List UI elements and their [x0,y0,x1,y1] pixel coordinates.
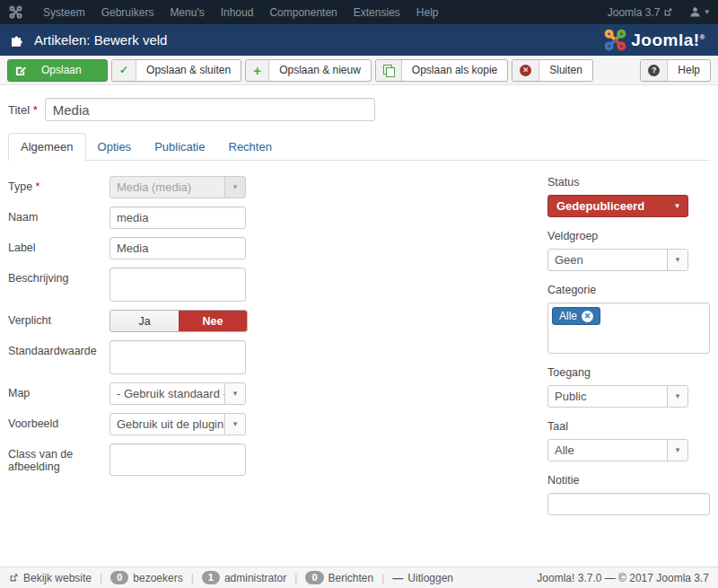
help-icon: ? [641,60,668,81]
status-select-value: Gedepubliceerd [548,196,667,216]
save-button-label: Opslaan [34,60,89,81]
chevron-down-icon: ▾ [224,414,245,434]
view-website-label: Bekijk website [23,572,92,584]
view-site-link[interactable]: Joomla 3.7 [608,6,674,19]
menu-systeem[interactable]: Systeem [35,6,93,19]
categorie-tag-alle[interactable]: Alle ✕ [552,307,600,325]
apply-icon [8,60,34,81]
admin-label: administrator [224,572,286,584]
naam-label: Naam [8,206,109,229]
registered-mark: ® [700,32,705,40]
standaardwaarde-textarea[interactable] [109,340,246,374]
class-afbeelding-textarea[interactable] [109,443,246,476]
voorbeeld-select-value: Gebruik uit de plugin [110,414,224,434]
help-button-label: Help [668,60,710,81]
form-left-column: Type * Media (media) ▾ Naam Label Beschr… [8,176,547,528]
menu-help[interactable]: Help [408,6,447,19]
footer-version: Joomla! 3.7.0 — © 2017 Joomla 3.7 [537,572,709,584]
toegang-label: Toegang [547,366,710,379]
logout-link[interactable]: — Uitloggen [392,572,453,584]
save-new-button-label: Opslaan & nieuw [269,60,371,81]
main-content: Titel * Algemeen Opties Publicatie Recht… [0,98,718,528]
check-icon: ✓ [112,60,136,81]
taal-select[interactable]: Alle ▾ [547,439,688,461]
save-close-button[interactable]: ✓ Opslaan & sluiten [111,59,241,82]
menu-gebruikers[interactable]: Gebruikers [93,6,162,19]
toegang-select[interactable]: Public ▾ [547,385,688,408]
required-asterisk: * [33,103,38,117]
veldgroep-select-value: Geen [548,250,667,270]
voorbeeld-select[interactable]: Gebruik uit de plugin ▾ [109,413,246,435]
tab-publicatie[interactable]: Publicatie [143,134,216,160]
menu-inhoud[interactable]: Inhoud [213,6,262,19]
beschrijving-textarea[interactable] [109,268,246,302]
veldgroep-select[interactable]: Geen ▾ [547,249,688,271]
chevron-down-icon: ▾ [705,8,709,16]
voorbeeld-label: Voorbeeld [8,413,109,435]
verplicht-toggle: Ja Nee [109,310,248,332]
admin-count-badge: 1 [202,571,220,584]
save-button[interactable]: Opslaan [7,59,108,82]
remove-tag-icon[interactable]: ✕ [582,311,593,322]
map-label: Map [8,382,109,405]
categorie-multiselect[interactable]: Alle ✕ [547,303,710,354]
divider: | [294,572,297,584]
menu-extensies[interactable]: Extensies [346,6,408,19]
save-new-button[interactable]: + Opslaan & nieuw [245,59,372,82]
copy-icon [376,60,402,81]
tab-algemeen[interactable]: Algemeen [8,133,86,161]
external-link-icon [663,7,673,17]
label-input[interactable] [109,237,246,259]
messages-count-badge: 0 [305,571,323,584]
tab-opties[interactable]: Opties [86,134,144,160]
tab-rechten[interactable]: Rechten [217,134,284,160]
visitors-status[interactable]: 0 bezoekers [110,571,183,584]
naam-input[interactable] [109,206,246,229]
title-field-label: Titel * [8,103,38,117]
status-bar: Bekijk website | 0 bezoekers | 1 adminis… [0,566,718,588]
visitors-label: bezoekers [133,572,182,584]
admin-menu-bar: Systeem Gebruikers Menu's Inhoud Compone… [0,0,718,24]
chevron-down-icon: ▾ [667,386,687,407]
joomla-logo: Joomla!® [604,29,709,51]
messages-status[interactable]: 0 Berichten [305,571,373,584]
save-copy-button[interactable]: Opslaan als kopie [375,59,508,82]
categorie-tag-label: Alle [559,310,577,322]
puzzle-icon [9,31,26,48]
status-select[interactable]: Gedepubliceerd ▾ [547,195,688,217]
chevron-down-icon: ▾ [667,196,687,216]
class-afbeelding-label: Class van de afbeelding [8,443,109,476]
toolbar: Opslaan ✓ Opslaan & sluiten + Opslaan & … [0,56,718,85]
verplicht-label: Verplicht [8,310,109,332]
notitie-label: Notitie [547,474,710,487]
logout-label: Uitloggen [407,572,453,584]
taal-select-value: Alle [548,440,667,461]
user-menu[interactable]: ▾ [689,6,709,18]
chevron-down-icon: ▾ [667,250,687,270]
save-copy-button-label: Opslaan als kopie [402,60,507,81]
notitie-input[interactable] [547,493,710,515]
beschrijving-label: Beschrijving [8,268,109,302]
required-asterisk: * [36,180,40,193]
joomla-mark-icon [9,5,22,19]
verplicht-ja-button[interactable]: Ja [110,311,179,331]
standaardwaarde-label: Standaardwaarde [8,340,109,374]
verplicht-nee-button[interactable]: Nee [179,311,247,331]
menu-menus[interactable]: Menu's [162,6,212,19]
page-title: Artikelen: Bewerk veld [34,32,167,48]
title-input[interactable] [45,98,375,121]
visitors-count-badge: 0 [110,571,128,584]
close-button-label: Sluiten [539,60,592,81]
menu-componenten[interactable]: Componenten [261,6,345,19]
view-website-link[interactable]: Bekijk website [9,572,92,584]
logo-text: Joomla!® [631,31,705,50]
toegang-select-value: Public [548,386,667,407]
administrators-status[interactable]: 1 administrator [202,571,286,584]
taal-label: Taal [547,420,710,433]
help-button[interactable]: ? Help [640,59,711,82]
close-button[interactable]: ✕ Sluiten [512,59,593,82]
logout-icon: — [392,572,403,584]
map-select[interactable]: - Gebruik standaard - ▾ [109,382,246,405]
divider: | [191,572,194,584]
veldgroep-label: Veldgroep [547,230,710,242]
